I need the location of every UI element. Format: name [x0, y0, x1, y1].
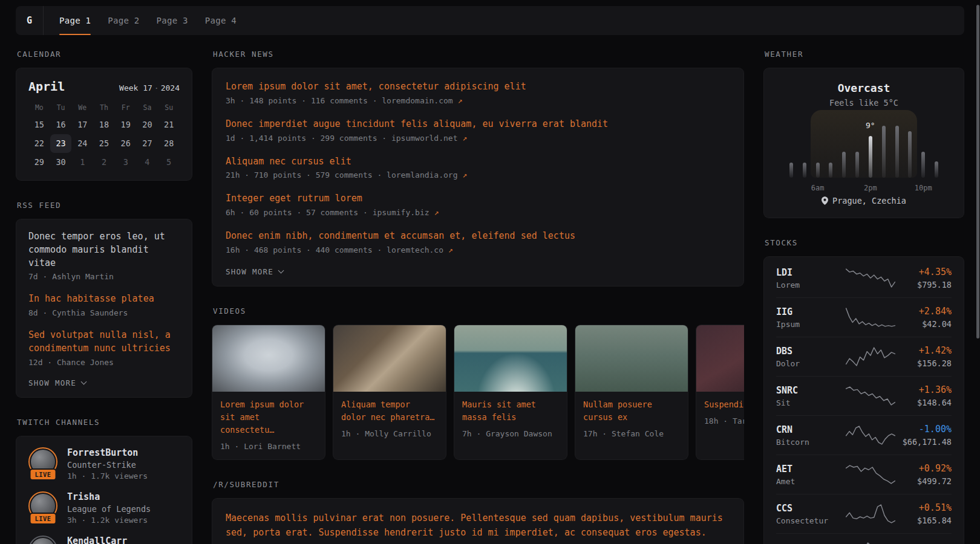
- weather-bar-slot: 6am: [811, 120, 825, 178]
- hn-show-more-button[interactable]: SHOW MORE: [226, 267, 283, 276]
- weather-bar: [855, 152, 859, 178]
- calendar-day[interactable]: 16: [50, 115, 72, 134]
- external-link-icon[interactable]: ↗: [434, 208, 439, 217]
- weather-bar: [803, 163, 806, 178]
- hn-section-label: HACKER NEWS: [213, 50, 744, 59]
- stock-price: $156.28: [901, 358, 952, 368]
- video-title[interactable]: Lorem ipsum dolor sit amet consectetu…: [212, 392, 325, 436]
- hn-story-title[interactable]: Lorem ipsum dolor sit amet, consectetur …: [226, 80, 730, 94]
- rss-item-title[interactable]: In hac habitasse platea: [28, 293, 180, 306]
- calendar-day[interactable]: 21: [158, 115, 180, 134]
- stock-row[interactable]: CCS Consectetur +0.51% $165.84: [776, 494, 952, 533]
- weather-section-label: WEATHER: [765, 50, 964, 59]
- channel-name[interactable]: Trisha: [67, 491, 151, 502]
- calendar-day[interactable]: 23: [50, 134, 72, 153]
- rss-show-more-button[interactable]: SHOW MORE: [28, 378, 86, 387]
- calendar-day[interactable]: 19: [115, 115, 137, 134]
- calendar-day[interactable]: 4: [137, 153, 158, 172]
- calendar-day[interactable]: 29: [28, 153, 50, 172]
- external-link-icon[interactable]: ↗: [462, 134, 467, 143]
- app-logo[interactable]: G: [16, 6, 44, 35]
- nav-tab[interactable]: Page 3: [157, 6, 188, 35]
- weekday-label: Sa: [137, 103, 158, 112]
- calendar-day[interactable]: 17: [71, 115, 93, 134]
- video-thumbnail[interactable]: [333, 325, 446, 392]
- video-title[interactable]: Nullam posuere cursus ex: [575, 392, 688, 424]
- rss-item-title[interactable]: Sed volutpat nulla nisl, a condimentum n…: [28, 329, 180, 355]
- calendar-day[interactable]: 5: [158, 153, 180, 172]
- nav-tab[interactable]: Page 1: [59, 6, 91, 35]
- stock-price: $148.64: [901, 398, 952, 407]
- middle-column: HACKER NEWS Lorem ipsum dolor sit amet, …: [212, 46, 744, 544]
- weather-bar: [842, 152, 846, 178]
- page-scrollbar[interactable]: [976, 5, 979, 338]
- stock-row[interactable]: SNRC Sit +1.36% $148.64: [776, 376, 952, 415]
- calendar-day[interactable]: 28: [158, 134, 180, 153]
- channel-name[interactable]: ForrestBurton: [67, 447, 148, 458]
- stock-row[interactable]: IIG Ipsum +2.84% $42.04: [776, 297, 952, 337]
- video-title[interactable]: Mauris sit amet massa felis: [454, 392, 567, 424]
- twitch-section-label: TWITCH CHANNELS: [17, 418, 192, 427]
- video-meta: 17h · Stefan Cole: [575, 424, 688, 447]
- calendar-day[interactable]: 25: [93, 134, 115, 153]
- channel-game: Counter-Strike: [67, 460, 148, 470]
- calendar-day[interactable]: 30: [50, 153, 72, 172]
- hn-story-meta-text: 6h · 60 points · 57 comments · ipsumify.…: [226, 208, 430, 217]
- reddit-post-title[interactable]: Maecenas mollis pulvinar erat non posuer…: [226, 511, 730, 541]
- calendar-day[interactable]: 24: [71, 134, 93, 153]
- video-thumbnail[interactable]: [696, 325, 744, 392]
- show-more-label: SHOW MORE: [28, 378, 76, 387]
- channel-name[interactable]: KendallCarr: [67, 536, 127, 544]
- stock-row[interactable]: DBS Dolor +1.42% $156.28: [776, 337, 952, 376]
- twitch-channel-row[interactable]: KendallCarr: [28, 536, 180, 544]
- twitch-channel-row[interactable]: LIVE ForrestBurton Counter-Strike 1h · 1…: [28, 447, 180, 481]
- external-link-icon[interactable]: ↗: [458, 96, 463, 105]
- calendar-day[interactable]: 2: [93, 153, 115, 172]
- stock-row[interactable]: CRN Bitcorn -1.00% $66,171.48: [776, 415, 952, 455]
- show-more-label: SHOW MORE: [226, 267, 273, 276]
- hn-story-meta: 1d · 1,414 points · 299 comments · ipsum…: [226, 134, 730, 143]
- stock-sparkline: [845, 268, 896, 288]
- calendar-day[interactable]: 15: [28, 115, 50, 134]
- weather-bar: [882, 126, 886, 178]
- stock-row[interactable]: AET Amet +0.92% $499.72: [776, 455, 952, 494]
- video-title[interactable]: Aliquam tempor dolor nec pharetra…: [333, 392, 446, 424]
- twitch-channel-row[interactable]: LIVE Trisha League of Legends 3h · 1.2k …: [28, 491, 180, 525]
- hn-story-title[interactable]: Donec enim nibh, condimentum et accumsan…: [226, 230, 730, 243]
- hn-story: Aliquam nec cursus elit 21h · 710 points…: [226, 155, 730, 180]
- external-link-icon[interactable]: ↗: [462, 170, 467, 180]
- calendar-day[interactable]: 20: [137, 115, 158, 134]
- stock-symbol: LDI: [776, 267, 840, 278]
- video-card: Aliquam tempor dolor nec pharetra… 1h · …: [333, 325, 446, 460]
- hn-story-title[interactable]: Donec imperdiet augue tincidunt felis al…: [226, 118, 730, 131]
- weather-bar: [789, 163, 793, 178]
- chevron-down-icon: [81, 378, 87, 384]
- video-thumbnail[interactable]: [454, 325, 567, 392]
- calendar-week: Week 17: [119, 83, 152, 92]
- calendar-day[interactable]: 3: [115, 153, 137, 172]
- calendar-day[interactable]: 22: [28, 134, 50, 153]
- stock-row[interactable]: AHS +0.46%: [776, 533, 952, 544]
- hn-story-title[interactable]: Aliquam nec cursus elit: [226, 155, 730, 169]
- stock-change: +1.36%: [901, 384, 952, 395]
- video-card: Lorem ipsum dolor sit amet consectetu… 1…: [212, 325, 325, 460]
- calendar-day[interactable]: 26: [115, 134, 137, 153]
- hn-story-title[interactable]: Integer eget rutrum lorem: [226, 192, 730, 206]
- calendar-day[interactable]: 27: [137, 134, 158, 153]
- nav-tab[interactable]: Page 4: [205, 6, 237, 35]
- stock-row[interactable]: LDI Lorem +4.35% $795.18: [776, 259, 952, 297]
- calendar-day[interactable]: 18: [93, 115, 115, 134]
- hn-story-meta-text: 16h · 468 points · 440 comments · loremt…: [226, 245, 443, 254]
- external-link-icon[interactable]: ↗: [448, 245, 453, 254]
- stock-name: Lorem: [776, 280, 840, 290]
- calendar-day[interactable]: 1: [71, 153, 93, 172]
- weather-widget: Overcast Feels like 5°C: [763, 68, 964, 218]
- nav-tab[interactable]: Page 2: [108, 6, 139, 35]
- hn-story-meta: 16h · 468 points · 440 comments · loremt…: [226, 245, 730, 254]
- stock-symbol: CRN: [776, 424, 840, 435]
- stock-symbol: AET: [776, 464, 840, 474]
- rss-item-title[interactable]: Donec tempor eros leo, ut commodo mauris…: [28, 230, 180, 270]
- video-title[interactable]: Suspendisse diam: [696, 392, 744, 411]
- video-thumbnail[interactable]: [212, 325, 325, 392]
- video-thumbnail[interactable]: [575, 325, 688, 392]
